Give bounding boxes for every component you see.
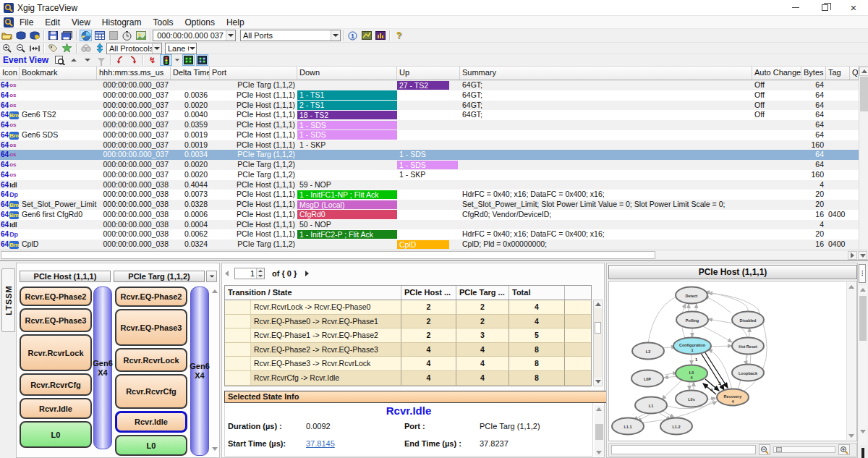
- inspect-event-button[interactable]: [54, 54, 66, 66]
- chart-view-button[interactable]: [80, 30, 92, 41]
- column-header-down[interactable]: Down: [297, 67, 397, 80]
- bookmark-star-button[interactable]: [61, 43, 73, 54]
- state-node-l0p[interactable]: L0P: [631, 370, 663, 387]
- column-header-icon[interactable]: Icon: [0, 67, 20, 80]
- packet-bar[interactable]: CfgRd0: [297, 210, 397, 219]
- state-node-l0[interactable]: L04: [676, 365, 707, 382]
- column-header-up[interactable]: Up: [397, 67, 460, 80]
- highlight-down-button[interactable]: [196, 54, 208, 66]
- trace-horizontal-scrollbar[interactable]: [0, 250, 868, 260]
- trace-row[interactable]: 64os000:00:00.000_0370.0020PCIe Targ (1,…: [0, 160, 859, 170]
- col-transition-state[interactable]: Transition / State: [225, 286, 401, 300]
- state-node-loopback[interactable]: Loopback: [732, 365, 764, 381]
- transition-scrollbar[interactable]: [593, 300, 603, 386]
- ltssm-host-header[interactable]: PCIe Host (1,1,1): [20, 271, 111, 282]
- scroll-down-button[interactable]: [859, 428, 867, 436]
- ltssm-state-rcvr-idle[interactable]: Rcvr.Idle: [115, 411, 187, 433]
- lane-combo[interactable]: Lane 0: [165, 43, 197, 54]
- ltssm-state-rcvr-eq-phase2[interactable]: Rcvr.EQ-Phase2: [20, 287, 92, 306]
- spin-down[interactable]: [257, 273, 264, 279]
- minimize-button[interactable]: [781, 0, 810, 16]
- jump-forward-button[interactable]: [127, 54, 140, 66]
- trace-row[interactable]: 64os000:00:00.000_0370.0359PCIe Host (1,…: [0, 120, 859, 130]
- correlate-button[interactable]: ↯: [146, 54, 158, 66]
- expert-view-button[interactable]: [360, 30, 373, 41]
- ltssm-scroll-up[interactable]: [210, 287, 219, 295]
- info-scrollbar[interactable]: [595, 405, 604, 457]
- transition-row[interactable]: Rcvr.EQ-Phase3 -> Rcvr.RcvrLock448: [225, 357, 591, 371]
- scroll-down-button[interactable]: [858, 251, 867, 260]
- trace-row[interactable]: 64Idl000:00:00.000_0380.0004PCIe Host (1…: [0, 220, 859, 230]
- pager-next-icon[interactable]: [305, 271, 309, 276]
- state-node-l0s[interactable]: L0s: [676, 391, 707, 407]
- ltssm-state-diagram[interactable]: DetectPollingDisabledConfiguration1Hot R…: [609, 281, 848, 439]
- export-segment-button[interactable]: [28, 30, 41, 41]
- fit-width-button[interactable]: [28, 43, 41, 54]
- trace-row[interactable]: 64BmGen6 TS2000:00:00.000_0370.0040PCIe …: [0, 110, 859, 120]
- trigger-info-button[interactable]: 1: [346, 30, 359, 41]
- zoom-in-button[interactable]: [1, 43, 13, 54]
- splitter-handle[interactable]: [861, 448, 864, 458]
- packet-bar[interactable]: 27 - TS2: [397, 81, 449, 90]
- trace-row[interactable]: 64os000:00:00.000_0370.0019PCIe Host (1,…: [0, 140, 859, 150]
- column-header-delta[interactable]: Delta Time: [171, 67, 210, 80]
- grid-view-button[interactable]: [93, 30, 106, 41]
- trace-row[interactable]: 64Dp000:00:00.000_0380.0073PCIe Host (1,…: [0, 190, 859, 200]
- export-trace-button[interactable]: [14, 30, 27, 41]
- save-button[interactable]: [47, 30, 59, 41]
- trace-row[interactable]: 64os000:00:00.000_0370.0034PCIe Targ (1,…: [0, 150, 859, 160]
- sync-scroll-button[interactable]: [93, 43, 106, 54]
- ltssm-state-rcvr-eq-phase3[interactable]: Rcvr.EQ-Phase3: [20, 308, 92, 332]
- ltssm-state-rcvr-rcvrlock[interactable]: Rcvr.RcvrLock: [115, 348, 187, 372]
- protocols-combo[interactable]: All Protocols: [106, 43, 162, 54]
- state-node-configuration[interactable]: Configuration1: [673, 338, 711, 355]
- trace-row[interactable]: 64os000:00:00.000_0370.0020PCIe Targ (1,…: [0, 170, 859, 180]
- open-trace-button[interactable]: [1, 30, 13, 41]
- state-node-polling[interactable]: Polling: [676, 312, 708, 328]
- transition-row[interactable]: Rcvr.EQ-Phase2 -> Rcvr.EQ-Phase3448: [225, 343, 591, 357]
- packet-bar[interactable]: 2 - TS1: [297, 101, 397, 110]
- diagram-zoom-in-button[interactable]: [838, 444, 850, 455]
- column-header-port[interactable]: Port: [210, 67, 297, 80]
- packet-bar[interactable]: 1 - SDS: [297, 130, 397, 140]
- transition-row[interactable]: Rcvr.EQ-Phase0 -> Rcvr.EQ-Phase1224: [225, 315, 591, 329]
- trace-row[interactable]: 64BmCplD000:00:00.000_0380.0324PCIe Targ…: [0, 239, 859, 250]
- ltssm-state-rcvr-rcvrcfg[interactable]: Rcvr.RcvrCfg: [115, 374, 187, 409]
- menu-item-options[interactable]: Options: [179, 17, 221, 27]
- scroll-down-button[interactable]: [595, 449, 603, 457]
- scroll-down-button[interactable]: [594, 378, 602, 386]
- ltssm-state-rcvr-idle[interactable]: Rcvr.Idle: [20, 398, 92, 419]
- scroll-up-button[interactable]: [847, 282, 856, 291]
- scroll-right-button[interactable]: [848, 251, 857, 260]
- packet-bar[interactable]: CplD: [397, 240, 449, 250]
- diagram-zoom-out-button[interactable]: [759, 444, 770, 455]
- diagram-zoom-slider[interactable]: [773, 446, 835, 453]
- col-pcie-targ[interactable]: PCIe Targ ...: [456, 286, 509, 300]
- diagram-hscroll-track[interactable]: [611, 445, 756, 454]
- menu-item-help[interactable]: Help: [221, 17, 250, 27]
- save-all-button[interactable]: [61, 30, 73, 41]
- chevron-down-icon[interactable]: [331, 30, 340, 41]
- trace-row[interactable]: 64Dp000:00:00.000_0380.0062PCIe Host (1,…: [0, 229, 859, 239]
- zoom-slider-thumb[interactable]: [776, 447, 782, 452]
- ltssm-scroll-down[interactable]: [210, 444, 219, 453]
- packet-bar[interactable]: 1 - TS1: [297, 90, 397, 100]
- column-header-summary[interactable]: Summary: [460, 67, 752, 80]
- trace-row[interactable]: 64os000:00:00.000_037PCIe Targ (1,1,2)27…: [0, 80, 859, 90]
- ltssm-state-rcvr-rcvrcfg[interactable]: Rcvr.RcvrCfg: [20, 373, 92, 396]
- ltssm-tab[interactable]: LTSSM: [1, 268, 15, 332]
- scroll-thumb[interactable]: [860, 77, 868, 111]
- menu-item-edit[interactable]: Edit: [39, 17, 66, 27]
- next-event-button[interactable]: [81, 54, 93, 66]
- prev-event-button[interactable]: [67, 54, 80, 66]
- state-node-recovery[interactable]: Recovery4: [717, 389, 749, 406]
- column-header-autochange[interactable]: Auto Change: [752, 67, 801, 80]
- column-header-qu[interactable]: Qu: [850, 67, 859, 80]
- transition-row[interactable]: Rcvr.RcvrCfg -> Rcvr.Idle448: [225, 371, 591, 386]
- menu-item-view[interactable]: View: [66, 17, 96, 27]
- column-header-tag[interactable]: Tag: [826, 67, 850, 80]
- state-node-l2[interactable]: L2: [632, 343, 664, 360]
- chevron-down-icon[interactable]: [226, 30, 235, 41]
- packet-bar[interactable]: 1 - SDS: [297, 121, 397, 130]
- menu-item-histogram[interactable]: Histogram: [96, 17, 148, 27]
